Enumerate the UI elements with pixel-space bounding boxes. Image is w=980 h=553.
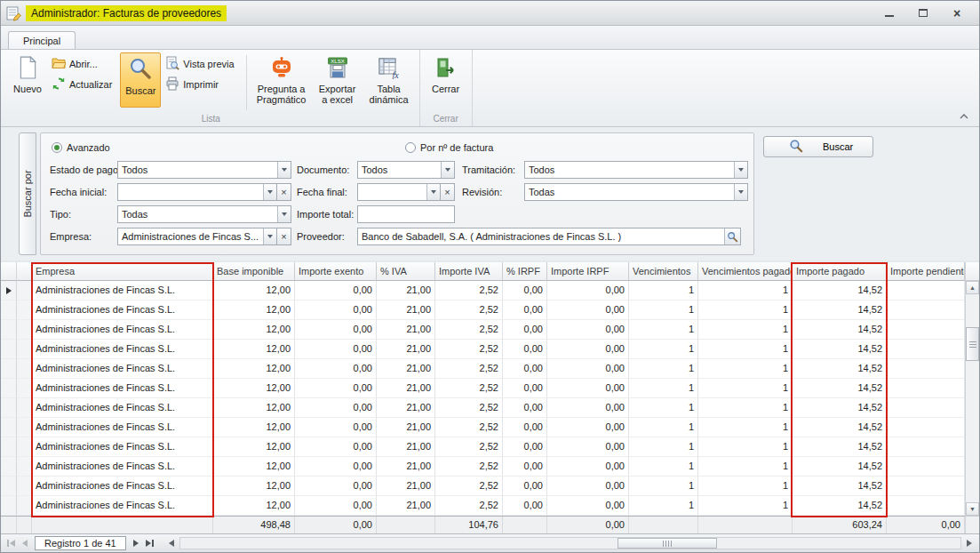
cell[interactable]: 0,00	[547, 418, 629, 437]
cell[interactable]: Administraciones de Fincas S.L.	[32, 398, 213, 418]
cell[interactable]: 0,00	[295, 301, 377, 320]
actualizar-button[interactable]: Actualizar	[50, 76, 117, 93]
cell[interactable]: Administraciones de Fincas S.L.	[32, 418, 213, 437]
cell[interactable]	[887, 301, 965, 320]
vertical-scroll-thumb[interactable]	[966, 327, 979, 361]
cell[interactable]: 0,00	[547, 340, 629, 359]
table-row[interactable]: Administraciones de Fincas S.L.12,000,00…	[1, 359, 965, 379]
cell[interactable]: 0,00	[295, 398, 377, 418]
next-record-button[interactable]	[131, 537, 141, 549]
cell[interactable]: 1	[698, 398, 793, 418]
previous-record-button[interactable]	[20, 537, 30, 549]
cell[interactable]: 21,00	[377, 437, 435, 457]
cell[interactable]: 0,00	[547, 320, 629, 340]
scroll-right-icon[interactable]	[963, 540, 976, 547]
cell[interactable]: 1	[698, 379, 793, 398]
column-header[interactable]: % IVA	[377, 262, 435, 281]
scroll-down-icon[interactable]: ▼	[966, 502, 979, 516]
column-header[interactable]: Vencimientos	[629, 262, 698, 281]
cell[interactable]: 0,00	[547, 379, 629, 398]
cerrar-button[interactable]: Cerrar	[426, 52, 466, 108]
importe-total-input[interactable]	[357, 205, 455, 223]
exportar-excel-button[interactable]: XLSX Exportar a excel	[313, 52, 363, 108]
table-row[interactable]: Administraciones de Fincas S.L.12,000,00…	[1, 281, 965, 301]
cell[interactable]: 14,52	[793, 301, 887, 320]
cell[interactable]	[887, 437, 965, 457]
maximize-button[interactable]	[913, 6, 933, 20]
cell[interactable]: 0,00	[547, 359, 629, 379]
pregunta-pragmatico-button[interactable]: Pregunta a Pragmático	[252, 52, 311, 108]
cell[interactable]: 0,00	[547, 398, 629, 418]
minimize-button[interactable]	[880, 6, 899, 20]
cell[interactable]: 1	[629, 301, 698, 320]
cell[interactable]	[887, 320, 965, 340]
cell[interactable]: 1	[629, 379, 698, 398]
cell[interactable]: 0,00	[547, 281, 629, 301]
column-header[interactable]: Importe pagado	[793, 262, 887, 281]
cell[interactable]: 14,52	[793, 496, 887, 516]
cell[interactable]: 0,00	[503, 301, 547, 320]
cell[interactable]: 12,00	[213, 359, 295, 379]
cell[interactable]: 2,52	[435, 398, 503, 418]
cell[interactable]: 1	[629, 496, 698, 516]
cell[interactable]: 14,52	[793, 281, 887, 301]
cell[interactable]: Administraciones de Fincas S.L.	[32, 457, 213, 477]
column-header[interactable]: Importe exento	[295, 262, 377, 281]
cell[interactable]: 1	[698, 359, 793, 379]
cell[interactable]: 1	[698, 496, 793, 516]
cell[interactable]: 12,00	[213, 281, 295, 301]
tramitacion-combo[interactable]: Todos	[524, 161, 748, 179]
cell[interactable]: 21,00	[377, 301, 435, 320]
cell[interactable]: 0,00	[503, 477, 547, 496]
table-row[interactable]: Administraciones de Fincas S.L.12,000,00…	[1, 437, 965, 457]
dropdown-icon[interactable]	[734, 162, 747, 178]
dropdown-icon[interactable]	[734, 184, 747, 200]
cell[interactable]: 12,00	[213, 418, 295, 437]
cell[interactable]: Administraciones de Fincas S.L.	[32, 359, 213, 379]
cell[interactable]: 1	[629, 457, 698, 477]
nuevo-button[interactable]: Nuevo	[8, 52, 47, 108]
cell[interactable]: 21,00	[377, 340, 435, 359]
cell[interactable]: 0,00	[295, 320, 377, 340]
cell[interactable]	[887, 496, 965, 516]
cell[interactable]: 21,00	[377, 418, 435, 437]
cell[interactable]: Administraciones de Fincas S.L.	[32, 281, 213, 301]
scroll-left-icon[interactable]	[165, 540, 178, 547]
cell[interactable]: 21,00	[377, 477, 435, 496]
cell[interactable]: 2,52	[435, 301, 503, 320]
cell[interactable]: 14,52	[793, 418, 887, 437]
cell[interactable]: 21,00	[377, 457, 435, 477]
cell[interactable]: 12,00	[213, 477, 295, 496]
cell[interactable]: Administraciones de Fincas S.L.	[32, 301, 213, 320]
cell[interactable]: Administraciones de Fincas S.L.	[32, 379, 213, 398]
cell[interactable]: 1	[698, 320, 793, 340]
vertical-scroll-track[interactable]	[966, 294, 979, 502]
cell[interactable]: 0,00	[547, 496, 629, 516]
cell[interactable]	[887, 418, 965, 437]
fecha-final-combo[interactable]	[357, 183, 441, 201]
cell[interactable]: 0,00	[503, 281, 547, 301]
cell[interactable]: 1	[698, 457, 793, 477]
cell[interactable]: 12,00	[213, 496, 295, 516]
column-header[interactable]: Importe pendiente	[887, 262, 965, 281]
cell[interactable]: 14,52	[793, 359, 887, 379]
cell[interactable]: 1	[629, 281, 698, 301]
cell[interactable]: 14,52	[793, 477, 887, 496]
last-record-button[interactable]	[143, 537, 156, 549]
cell[interactable]: Administraciones de Fincas S.L.	[32, 320, 213, 340]
cell[interactable]: 2,52	[435, 418, 503, 437]
cell[interactable]: 0,00	[503, 359, 547, 379]
cell[interactable]	[887, 398, 965, 418]
cell[interactable]: 1	[629, 340, 698, 359]
cell[interactable]: 1	[629, 398, 698, 418]
cell[interactable]: 0,00	[547, 437, 629, 457]
empresa-combo[interactable]: Administraciones de Fincas S...	[117, 228, 277, 245]
cell[interactable]	[887, 477, 965, 496]
cell[interactable]: 0,00	[295, 496, 377, 516]
cell[interactable]: 1	[698, 340, 793, 359]
table-row[interactable]: Administraciones de Fincas S.L.12,000,00…	[1, 301, 965, 320]
cell[interactable]: 0,00	[503, 418, 547, 437]
cell[interactable]: 21,00	[377, 281, 435, 301]
dropdown-icon[interactable]	[263, 184, 276, 200]
cell[interactable]: 12,00	[213, 301, 295, 320]
